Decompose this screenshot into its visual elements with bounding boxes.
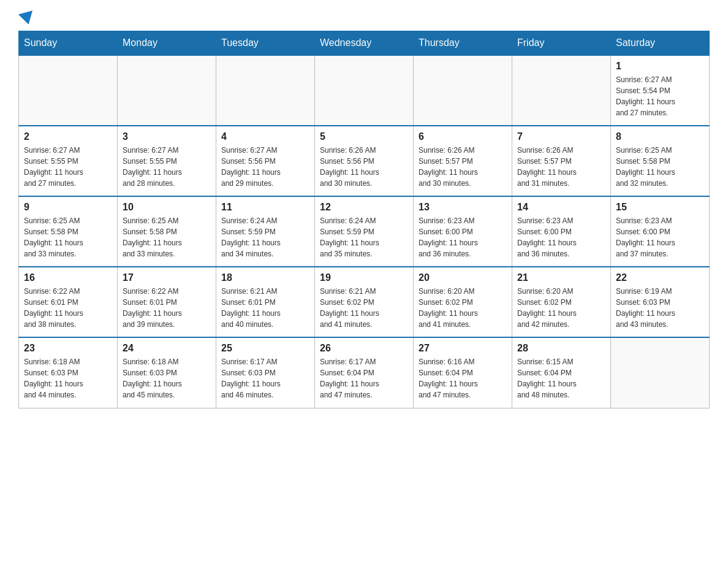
day-info: Sunrise: 6:26 AM Sunset: 5:57 PM Dayligh… <box>419 145 507 189</box>
calendar-cell: 11Sunrise: 6:24 AM Sunset: 5:59 PM Dayli… <box>216 196 315 267</box>
day-info: Sunrise: 6:26 AM Sunset: 5:56 PM Dayligh… <box>320 145 408 189</box>
day-number: 7 <box>517 131 605 142</box>
calendar-cell: 25Sunrise: 6:17 AM Sunset: 6:03 PM Dayli… <box>216 337 315 408</box>
day-number: 21 <box>517 272 605 283</box>
day-info: Sunrise: 6:23 AM Sunset: 6:00 PM Dayligh… <box>419 215 507 259</box>
day-number: 27 <box>419 343 507 354</box>
day-number: 24 <box>123 343 211 354</box>
weekday-header-friday: Friday <box>512 31 611 56</box>
weekday-header-thursday: Thursday <box>414 31 512 56</box>
calendar-cell: 12Sunrise: 6:24 AM Sunset: 5:59 PM Dayli… <box>315 196 414 267</box>
calendar-cell <box>216 55 315 126</box>
day-info: Sunrise: 6:27 AM Sunset: 5:55 PM Dayligh… <box>24 145 112 189</box>
day-number: 26 <box>320 343 408 354</box>
day-number: 23 <box>24 343 112 354</box>
calendar-cell: 21Sunrise: 6:20 AM Sunset: 6:02 PM Dayli… <box>512 267 611 337</box>
day-info: Sunrise: 6:17 AM Sunset: 6:04 PM Dayligh… <box>320 356 408 400</box>
day-info: Sunrise: 6:25 AM Sunset: 5:58 PM Dayligh… <box>24 215 112 259</box>
calendar-cell: 20Sunrise: 6:20 AM Sunset: 6:02 PM Dayli… <box>414 267 512 337</box>
calendar-header-row: SundayMondayTuesdayWednesdayThursdayFrid… <box>19 31 710 56</box>
calendar-cell <box>19 55 118 126</box>
day-info: Sunrise: 6:26 AM Sunset: 5:57 PM Dayligh… <box>517 145 605 189</box>
calendar-cell <box>611 337 710 408</box>
calendar-cell: 6Sunrise: 6:26 AM Sunset: 5:57 PM Daylig… <box>414 126 512 196</box>
calendar-cell: 18Sunrise: 6:21 AM Sunset: 6:01 PM Dayli… <box>216 267 315 337</box>
calendar-week-row: 1Sunrise: 6:27 AM Sunset: 5:54 PM Daylig… <box>19 55 710 126</box>
calendar-cell: 7Sunrise: 6:26 AM Sunset: 5:57 PM Daylig… <box>512 126 611 196</box>
day-info: Sunrise: 6:19 AM Sunset: 6:03 PM Dayligh… <box>616 286 704 330</box>
calendar-cell <box>315 55 414 126</box>
day-info: Sunrise: 6:20 AM Sunset: 6:02 PM Dayligh… <box>419 286 507 330</box>
calendar-cell: 16Sunrise: 6:22 AM Sunset: 6:01 PM Dayli… <box>19 267 118 337</box>
day-number: 17 <box>123 272 211 283</box>
day-number: 15 <box>616 202 704 213</box>
calendar-cell: 14Sunrise: 6:23 AM Sunset: 6:00 PM Dayli… <box>512 196 611 267</box>
calendar-cell: 28Sunrise: 6:15 AM Sunset: 6:04 PM Dayli… <box>512 337 611 408</box>
day-info: Sunrise: 6:24 AM Sunset: 5:59 PM Dayligh… <box>221 215 309 259</box>
day-info: Sunrise: 6:17 AM Sunset: 6:03 PM Dayligh… <box>221 356 309 400</box>
day-info: Sunrise: 6:22 AM Sunset: 6:01 PM Dayligh… <box>24 286 112 330</box>
day-number: 22 <box>616 272 704 283</box>
day-info: Sunrise: 6:25 AM Sunset: 5:58 PM Dayligh… <box>616 145 704 189</box>
logo-triangle-icon <box>18 10 36 26</box>
day-number: 3 <box>123 131 211 142</box>
day-info: Sunrise: 6:23 AM Sunset: 6:00 PM Dayligh… <box>616 215 704 259</box>
weekday-header-saturday: Saturday <box>611 31 710 56</box>
day-number: 10 <box>123 202 211 213</box>
day-info: Sunrise: 6:22 AM Sunset: 6:01 PM Dayligh… <box>123 286 211 330</box>
calendar-cell: 1Sunrise: 6:27 AM Sunset: 5:54 PM Daylig… <box>611 55 710 126</box>
day-number: 25 <box>221 343 309 354</box>
calendar-cell: 15Sunrise: 6:23 AM Sunset: 6:00 PM Dayli… <box>611 196 710 267</box>
calendar-cell: 17Sunrise: 6:22 AM Sunset: 6:01 PM Dayli… <box>118 267 216 337</box>
calendar-cell: 3Sunrise: 6:27 AM Sunset: 5:55 PM Daylig… <box>118 126 216 196</box>
day-info: Sunrise: 6:25 AM Sunset: 5:58 PM Dayligh… <box>123 215 211 259</box>
calendar-cell: 19Sunrise: 6:21 AM Sunset: 6:02 PM Dayli… <box>315 267 414 337</box>
day-number: 12 <box>320 202 408 213</box>
day-number: 1 <box>616 61 704 72</box>
day-info: Sunrise: 6:27 AM Sunset: 5:55 PM Dayligh… <box>123 145 211 189</box>
calendar-cell: 10Sunrise: 6:25 AM Sunset: 5:58 PM Dayli… <box>118 196 216 267</box>
day-number: 9 <box>24 202 112 213</box>
day-number: 18 <box>221 272 309 283</box>
page-header <box>18 12 710 25</box>
day-info: Sunrise: 6:21 AM Sunset: 6:01 PM Dayligh… <box>221 286 309 330</box>
calendar-cell: 23Sunrise: 6:18 AM Sunset: 6:03 PM Dayli… <box>19 337 118 408</box>
day-number: 14 <box>517 202 605 213</box>
calendar-cell <box>512 55 611 126</box>
day-info: Sunrise: 6:27 AM Sunset: 5:54 PM Dayligh… <box>616 74 704 118</box>
day-info: Sunrise: 6:16 AM Sunset: 6:04 PM Dayligh… <box>419 356 507 400</box>
day-info: Sunrise: 6:21 AM Sunset: 6:02 PM Dayligh… <box>320 286 408 330</box>
calendar-cell: 13Sunrise: 6:23 AM Sunset: 6:00 PM Dayli… <box>414 196 512 267</box>
weekday-header-monday: Monday <box>118 31 216 56</box>
calendar-cell: 5Sunrise: 6:26 AM Sunset: 5:56 PM Daylig… <box>315 126 414 196</box>
calendar-week-row: 16Sunrise: 6:22 AM Sunset: 6:01 PM Dayli… <box>19 267 710 337</box>
day-info: Sunrise: 6:15 AM Sunset: 6:04 PM Dayligh… <box>517 356 605 400</box>
calendar-table: SundayMondayTuesdayWednesdayThursdayFrid… <box>18 31 710 408</box>
calendar-week-row: 2Sunrise: 6:27 AM Sunset: 5:55 PM Daylig… <box>19 126 710 196</box>
calendar-week-row: 23Sunrise: 6:18 AM Sunset: 6:03 PM Dayli… <box>19 337 710 408</box>
day-number: 19 <box>320 272 408 283</box>
day-number: 13 <box>419 202 507 213</box>
calendar-cell: 9Sunrise: 6:25 AM Sunset: 5:58 PM Daylig… <box>19 196 118 267</box>
weekday-header-wednesday: Wednesday <box>315 31 414 56</box>
day-number: 11 <box>221 202 309 213</box>
day-info: Sunrise: 6:20 AM Sunset: 6:02 PM Dayligh… <box>517 286 605 330</box>
calendar-cell: 2Sunrise: 6:27 AM Sunset: 5:55 PM Daylig… <box>19 126 118 196</box>
weekday-header-tuesday: Tuesday <box>216 31 315 56</box>
calendar-week-row: 9Sunrise: 6:25 AM Sunset: 5:58 PM Daylig… <box>19 196 710 267</box>
day-number: 8 <box>616 131 704 142</box>
weekday-header-sunday: Sunday <box>19 31 118 56</box>
day-number: 4 <box>221 131 309 142</box>
day-info: Sunrise: 6:23 AM Sunset: 6:00 PM Dayligh… <box>517 215 605 259</box>
day-number: 2 <box>24 131 112 142</box>
calendar-cell: 4Sunrise: 6:27 AM Sunset: 5:56 PM Daylig… <box>216 126 315 196</box>
day-number: 16 <box>24 272 112 283</box>
calendar-cell <box>118 55 216 126</box>
day-info: Sunrise: 6:18 AM Sunset: 6:03 PM Dayligh… <box>24 356 112 400</box>
day-info: Sunrise: 6:24 AM Sunset: 5:59 PM Dayligh… <box>320 215 408 259</box>
day-info: Sunrise: 6:27 AM Sunset: 5:56 PM Dayligh… <box>221 145 309 189</box>
logo <box>18 12 36 25</box>
calendar-cell <box>414 55 512 126</box>
day-info: Sunrise: 6:18 AM Sunset: 6:03 PM Dayligh… <box>123 356 211 400</box>
calendar-cell: 26Sunrise: 6:17 AM Sunset: 6:04 PM Dayli… <box>315 337 414 408</box>
